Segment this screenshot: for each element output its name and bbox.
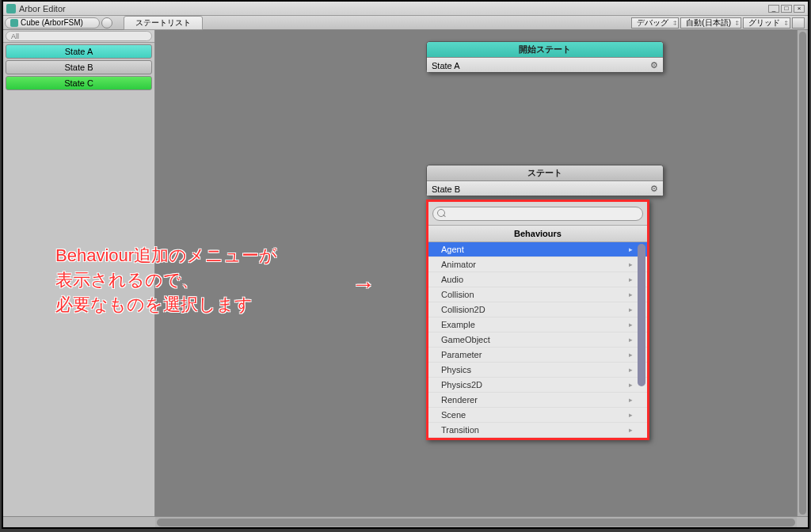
- gear-icon[interactable]: ⚙: [650, 184, 658, 194]
- annotation-arrow-icon: →: [352, 271, 375, 298]
- close-button[interactable]: ×: [794, 5, 805, 13]
- tab-state-list[interactable]: ステートリスト: [124, 16, 203, 30]
- behaviour-item[interactable]: Transition▸: [428, 423, 647, 438]
- behaviour-item[interactable]: Example▸: [428, 317, 647, 332]
- target-button[interactable]: [101, 17, 112, 28]
- scroll-thumb[interactable]: [157, 519, 795, 526]
- chevron-right-icon: ▸: [629, 411, 633, 419]
- chevron-right-icon: ▸: [629, 351, 633, 359]
- behaviour-item[interactable]: Agent▸: [428, 242, 647, 257]
- sidebar-item-state-a[interactable]: State A: [6, 44, 152, 59]
- snapshot-button[interactable]: [792, 17, 805, 28]
- chevron-right-icon: ▸: [629, 291, 633, 298]
- scroll-thumb[interactable]: [799, 32, 806, 515]
- node-header: 開始ステート: [427, 42, 663, 58]
- behaviour-item[interactable]: Parameter▸: [428, 348, 647, 363]
- popup-title: Behaviours: [428, 225, 647, 242]
- behaviour-item[interactable]: Collision2D▸: [428, 302, 647, 317]
- minimize-button[interactable]: _: [768, 5, 779, 13]
- window-controls: _ □ ×: [768, 5, 805, 13]
- node-header: ステート: [427, 165, 663, 181]
- debug-dropdown[interactable]: デバッグ: [631, 17, 679, 28]
- behaviour-popup: Behaviours Agent▸Animator▸Audio▸Collisio…: [426, 200, 649, 440]
- vertical-scrollbar[interactable]: [797, 30, 808, 516]
- behaviour-item[interactable]: Physics▸: [428, 363, 647, 378]
- chevron-right-icon: ▸: [629, 336, 633, 344]
- object-icon: [10, 19, 18, 27]
- behaviour-item[interactable]: Scene▸: [428, 408, 647, 423]
- node-state[interactable]: ステート State B ⚙: [426, 165, 664, 196]
- chevron-right-icon: ▸: [629, 366, 633, 374]
- sidebar-item-state-c[interactable]: State C: [6, 76, 152, 90]
- chevron-right-icon: ▸: [629, 260, 633, 268]
- breadcrumb[interactable]: Cube (ArborFSM): [5, 17, 100, 28]
- breadcrumb-label: Cube (ArborFSM): [21, 18, 83, 27]
- behaviour-item[interactable]: Physics2D▸: [428, 378, 647, 393]
- behaviour-item[interactable]: GameObject▸: [428, 332, 647, 348]
- chevron-right-icon: ▸: [629, 426, 633, 434]
- annotation-text: Behaviour追加のメニューが 表示されるので、 必要なものを選択します: [55, 244, 277, 317]
- behaviour-search-input[interactable]: [432, 207, 643, 221]
- chevron-right-icon: ▸: [629, 276, 633, 283]
- titlebar: Arbor Editor _ □ ×: [3, 2, 808, 16]
- chevron-right-icon: ▸: [629, 381, 633, 389]
- node-start-state[interactable]: 開始ステート State A ⚙: [426, 41, 664, 73]
- chevron-right-icon: ▸: [629, 245, 633, 253]
- editor-window: Arbor Editor _ □ × Cube (ArborFSM) ステートリ…: [2, 0, 809, 529]
- language-dropdown[interactable]: 自動(日本語): [680, 17, 741, 28]
- behaviour-item[interactable]: Collision▸: [428, 287, 647, 302]
- gear-icon[interactable]: ⚙: [650, 60, 658, 70]
- chevron-right-icon: ▸: [629, 306, 633, 314]
- toolbar: Cube (ArborFSM) ステートリスト デバッグ 自動(日本語) グリッ…: [3, 16, 808, 30]
- behaviour-item[interactable]: Renderer▸: [428, 393, 647, 408]
- behaviour-list: Agent▸Animator▸Audio▸Collision▸Collision…: [428, 242, 647, 438]
- sidebar-search-input[interactable]: [6, 31, 152, 41]
- window-title: Arbor Editor: [19, 4, 768, 13]
- maximize-button[interactable]: □: [781, 5, 792, 13]
- behaviour-item[interactable]: Audio▸: [428, 272, 647, 287]
- node-name-row[interactable]: State B ⚙: [427, 181, 663, 196]
- grid-dropdown[interactable]: グリッド: [743, 17, 790, 28]
- chevron-right-icon: ▸: [629, 396, 633, 404]
- node-name-row[interactable]: State A ⚙: [427, 58, 663, 72]
- sidebar-item-state-b[interactable]: State B: [6, 60, 152, 74]
- scroll-thumb[interactable]: [638, 244, 645, 386]
- chevron-right-icon: ▸: [629, 321, 633, 329]
- app-icon: [6, 4, 16, 13]
- behaviour-item[interactable]: Animator▸: [428, 257, 647, 272]
- horizontal-scrollbar[interactable]: [155, 516, 797, 527]
